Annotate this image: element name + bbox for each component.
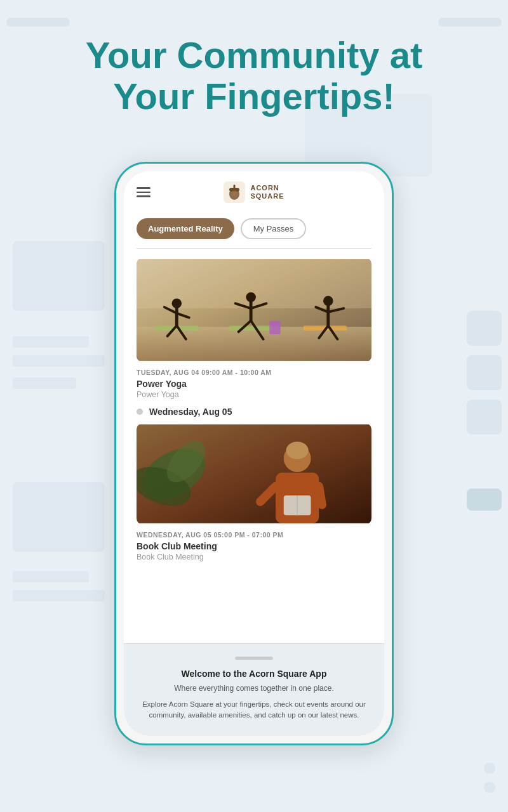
bookclub-image-svg [137,423,371,525]
home-indicator [235,657,273,660]
heading-line1: Your Community at [86,34,423,75]
yoga-event-image [137,258,371,362]
hamburger-menu-button[interactable] [137,187,150,197]
svg-rect-29 [269,321,281,334]
yoga-event-title: Power Yoga [137,379,371,389]
svg-point-4 [231,190,237,198]
welcome-body: Explore Acorn Square at your fingertips,… [139,699,369,721]
yoga-event-meta: TUESDAY, AUG 04 09:00 AM - 10:00 AM Powe… [124,362,384,400]
yoga-event-date: TUESDAY, AUG 04 09:00 AM - 10:00 AM [137,369,371,376]
day-dot [137,409,143,415]
bg-decor-dot-1 [484,763,495,774]
app-content: TUESDAY, AUG 04 09:00 AM - 10:00 AM Powe… [124,249,384,643]
bg-decor-sq-1 [467,311,502,346]
bg-decor-bar-10 [13,590,105,601]
bg-decor-sq-3 [467,400,502,435]
tab-my-passes[interactable]: My Passes [241,218,307,239]
bg-decor-bar-6 [13,355,105,367]
tab-augmented-reality[interactable]: Augmented Reality [137,218,234,239]
phone-mockup: ACORN SQUARE Augmented Reality My Passes [114,162,394,745]
logo-text: ACORN SQUARE [250,184,284,200]
welcome-subtitle: Where everything comes together in one p… [139,684,369,693]
bookclub-event-image [137,423,371,525]
bg-decor-bar-5 [13,336,89,348]
bookclub-event-subtitle: Book Club Meeting [137,553,371,561]
bg-decor-sq-2 [467,355,502,390]
bookclub-event-date: WEDNESDAY, AUG 05 05:00 PM - 07:00 PM [137,531,371,539]
event-item-yoga: TUESDAY, AUG 04 09:00 AM - 10:00 AM Powe… [124,258,384,400]
bookclub-event-title: Book Club Meeting [137,541,371,551]
svg-rect-9 [229,325,272,331]
svg-rect-3 [234,185,236,189]
hamburger-line-2 [137,192,150,193]
svg-rect-41 [137,424,371,523]
hamburger-line-1 [137,187,150,189]
bg-decor-bar-8 [13,482,105,552]
bg-decor-sq-4 [467,488,502,511]
bg-decor-bar-2 [438,18,502,27]
bg-decor-dot-2 [484,782,495,793]
bg-decor-bar-7 [13,377,76,389]
hamburger-line-3 [137,195,150,197]
app-header: ACORN SQUARE [124,171,384,213]
acorn-icon [224,181,245,203]
app-tabs: Augmented Reality My Passes [124,213,384,248]
bookclub-event-meta: WEDNESDAY, AUG 05 05:00 PM - 07:00 PM Bo… [124,525,384,563]
yoga-event-subtitle: Power Yoga [137,390,371,399]
main-heading: Your Community at Your Fingertips! [0,35,508,117]
bg-decor-bar-1 [6,18,70,27]
phone-screen: ACORN SQUARE Augmented Reality My Passes [124,171,384,736]
app-logo: ACORN SQUARE [224,181,284,203]
day-separator-wed: Wednesday, Aug 05 [124,400,384,423]
yoga-image-svg [137,258,371,362]
event-item-bookclub: WEDNESDAY, AUG 05 05:00 PM - 07:00 PM Bo… [124,423,384,563]
bottom-panel: Welcome to the Acorn Square App Where ev… [124,643,384,737]
day-label: Wednesday, Aug 05 [149,407,232,417]
bg-decor-bar-9 [13,571,89,582]
heading-line2: Your Fingertips! [113,75,395,117]
welcome-title: Welcome to the Acorn Square App [139,669,369,679]
phone-outer: ACORN SQUARE Augmented Reality My Passes [114,162,394,745]
bg-decor-bar-4 [13,241,105,311]
